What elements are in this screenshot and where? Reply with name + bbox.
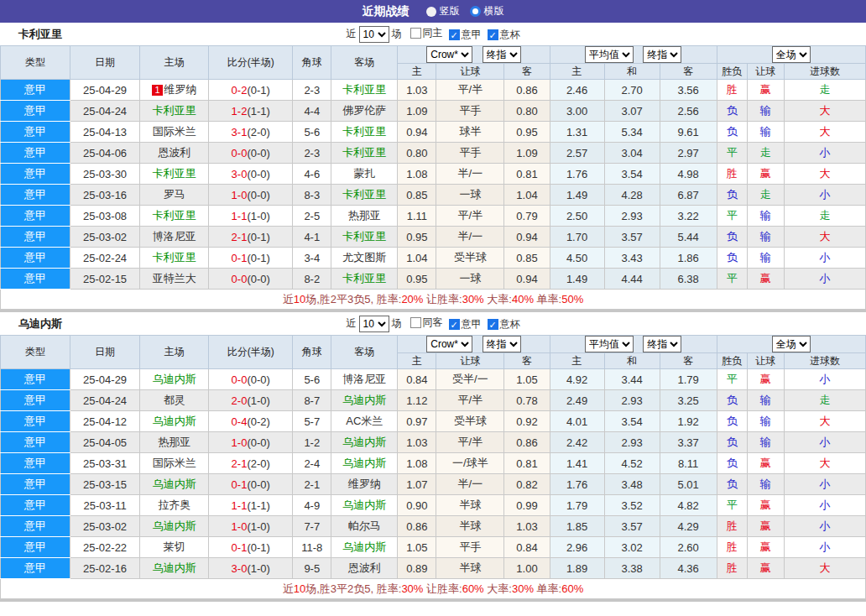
recent-count-select[interactable]: 10: [359, 316, 389, 332]
filter-checkbox[interactable]: ✓: [449, 29, 460, 40]
league-cell: 意甲: [1, 227, 70, 248]
home-team-cell: 亚特兰大: [140, 269, 209, 290]
avg-home-cell: 4.92: [550, 369, 604, 390]
result-text: 赢: [760, 561, 771, 574]
summary-row: 近10场,胜3平2负5, 胜率:30% 让胜率:60% 大率:30% 单率:60…: [1, 579, 866, 599]
home-odds-cell: 0.89: [398, 558, 436, 579]
result-text: 小: [819, 188, 830, 201]
avg-home-cell: 1.89: [550, 558, 604, 579]
home-team-name: 卡利亚里: [153, 251, 196, 264]
average-select[interactable]: 平均值: [585, 46, 634, 63]
radio-label: 竖版: [440, 4, 460, 18]
away-team-name: 卡利亚里: [342, 188, 386, 201]
full-match-select[interactable]: 全场: [772, 46, 811, 63]
matches-table: 类型 日期 主场 比分(半场) 角球 客场 Crow* 终指 平均值 终指 全场: [0, 335, 866, 599]
full-score: 0-0: [232, 273, 248, 285]
match-row: 意甲25-03-02乌迪内斯1-0(1-0)7-7帕尔马0.86半球1.031.…: [1, 516, 866, 537]
date-cell: 25-03-11: [70, 495, 140, 516]
home-team-name: 卡利亚里: [153, 104, 196, 117]
league-cell: 意甲: [1, 101, 70, 122]
layout-radio[interactable]: [470, 6, 481, 17]
full-score: 0-1: [232, 541, 248, 554]
avg-home-cell: 3.00: [550, 101, 604, 122]
corner-cell: 7-7: [293, 516, 331, 537]
avg-draw-cell: 3.54: [604, 164, 660, 185]
layout-radio[interactable]: [426, 7, 436, 17]
half-score: (1-1): [247, 105, 269, 117]
avg-away-cell: 4.82: [660, 495, 717, 516]
recent-count-select[interactable]: 10: [359, 26, 389, 43]
sub-col-home-odds: 主: [398, 64, 436, 80]
score-cell: 0-2(0-1): [209, 80, 293, 101]
result-text: 赢: [760, 457, 771, 469]
final-index-select[interactable]: 终指: [643, 46, 681, 63]
full-score: 1-1: [232, 499, 248, 512]
avg-away-cell: 3.25: [660, 390, 717, 411]
handicap-result-cell: 走: [747, 143, 784, 164]
full-match-select[interactable]: 全场: [772, 336, 811, 352]
date-cell: 25-03-02: [70, 227, 140, 248]
corner-cell: 4-4: [293, 101, 331, 122]
full-score: 0-2: [232, 84, 248, 97]
avg-home-cell: 1.76: [550, 164, 604, 185]
handicap-result-cell: 输: [747, 390, 784, 411]
result-cell: 平: [717, 269, 747, 290]
filter-checkbox[interactable]: ✓: [488, 319, 498, 330]
home-team-name: 国际米兰: [153, 457, 196, 469]
half-score: (0-0): [247, 373, 269, 386]
full-score: 1-1: [232, 210, 248, 222]
final-index-select[interactable]: 终指: [483, 336, 521, 352]
avg-home-cell: 1.49: [550, 269, 604, 290]
home-team-cell: 热那亚: [140, 432, 209, 453]
home-team-cell: 乌迪内斯: [140, 369, 209, 390]
home-odds-cell: 0.95: [398, 269, 436, 290]
away-team-name: 维罗纳: [348, 478, 381, 490]
avg-away-cell: 3.56: [660, 80, 717, 101]
result-cell: 胜: [717, 537, 747, 558]
handicap-result-cell: 输: [747, 474, 784, 495]
league-cell: 意甲: [1, 143, 70, 164]
away-team-name: 恩波利: [348, 561, 381, 574]
checkbox-label: 意甲: [462, 28, 482, 42]
away-team-name: 乌迪内斯: [342, 499, 386, 511]
filter-checkbox[interactable]: ✓: [488, 29, 498, 40]
result-text: 负: [727, 251, 738, 264]
avg-draw-cell: 3.57: [604, 516, 660, 537]
result-text: 走: [819, 83, 830, 96]
home-team-cell: 拉齐奥: [140, 495, 209, 516]
home-team-name: 乌迪内斯: [153, 519, 196, 532]
half-score: (0-0): [247, 478, 269, 491]
radio-item: 竖版: [426, 4, 460, 18]
league-cell: 意甲: [1, 164, 70, 185]
league-cell: 意甲: [1, 474, 70, 495]
average-select[interactable]: 平均值: [585, 336, 634, 352]
away-team-cell: 帕尔马: [331, 516, 398, 537]
handicap-cell: 平手: [436, 537, 504, 558]
odds-provider-select[interactable]: Crow*: [426, 46, 472, 63]
summary-label: 单率:: [534, 293, 561, 305]
away-odds-cell: 1.09: [504, 143, 550, 164]
filter-checkbox[interactable]: [410, 28, 421, 39]
half-score: (2-0): [247, 126, 269, 138]
odds-provider-select[interactable]: Crow*: [426, 336, 472, 352]
final-index-select[interactable]: 终指: [483, 46, 521, 63]
result-text: 平: [727, 272, 738, 285]
filter-checkbox[interactable]: ✓: [449, 319, 460, 330]
score-cell: 1-0(0-0): [209, 185, 293, 206]
away-team-name: 博洛尼亚: [342, 373, 386, 385]
handicap-result-cell: 输: [747, 206, 784, 227]
sub-col-result: 胜负: [717, 353, 747, 369]
avg-home-cell: 4.50: [550, 248, 604, 269]
full-score: 2-0: [232, 394, 248, 407]
final-index-select[interactable]: 终指: [643, 336, 681, 352]
avg-home-cell: 2.57: [550, 143, 604, 164]
score-cell: 0-4(0-2): [209, 411, 293, 432]
home-odds-cell: 0.97: [398, 411, 436, 432]
col-header-score: 比分(半场): [209, 46, 293, 80]
home-team-cell: 都灵: [140, 390, 209, 411]
radio-label: 横版: [484, 4, 504, 18]
match-row: 意甲25-04-29乌迪内斯0-0(0-0)5-6博洛尼亚0.84受半/一1.0…: [1, 369, 866, 390]
team-section: 卡利亚里 近 10 场 同主✓意甲✓意杯 类型 日期 主场 比分(半场) 角球 …: [0, 23, 866, 310]
filter-checkbox[interactable]: [410, 317, 421, 328]
away-team-name: 乌迪内斯: [342, 394, 386, 406]
